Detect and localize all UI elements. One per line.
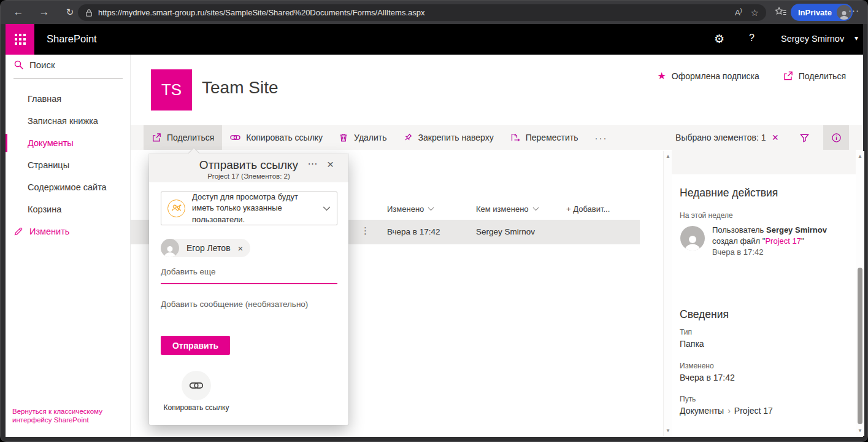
column-add-label: + Добавит... xyxy=(566,204,610,214)
dialog-title: Отправить ссылку xyxy=(149,158,348,172)
browser-window: ← → ↻ https://mydrive.smart-group.ru/sit… xyxy=(0,0,868,442)
command-share-label: Поделиться xyxy=(167,133,214,142)
screenshot-root: ← → ↻ https://mydrive.smart-group.ru/sit… xyxy=(0,0,868,442)
info-panel-button[interactable] xyxy=(823,125,849,150)
sidebar-search[interactable] xyxy=(13,60,115,70)
copy-link-label: Копировать ссылку xyxy=(155,403,237,412)
scroll-up-icon[interactable]: ▲ xyxy=(856,153,864,159)
read-aloud-icon[interactable]: A) xyxy=(735,7,742,17)
recent-activity-title: Недавние действия xyxy=(680,187,778,200)
column-add[interactable]: + Добавит... xyxy=(566,204,610,214)
suite-bar: SharePoint ⚙ ? Sergey Smirnov ▾ xyxy=(6,24,863,55)
app-title: SharePoint xyxy=(47,33,97,45)
command-share[interactable]: Поделиться xyxy=(144,125,222,150)
subscribed-button[interactable]: ★ Оформлена подписка xyxy=(658,70,759,82)
link-icon xyxy=(189,379,204,392)
row-modified-value: Вчера в 17:42 xyxy=(387,227,440,236)
app-canvas: Главная Записная книжка Документы Страни… xyxy=(6,55,863,437)
activity-user: Sergey Smirnov xyxy=(766,225,827,235)
help-icon[interactable]: ? xyxy=(749,33,755,44)
command-delete-label: Удалить xyxy=(354,133,386,142)
type-label: Тип xyxy=(680,328,692,336)
sidebar-item-home[interactable]: Главная xyxy=(6,88,130,110)
sidebar-item-notebook[interactable]: Записная книжка xyxy=(6,110,130,132)
scrollbar-thumb[interactable] xyxy=(858,268,862,424)
return-to-classic-link[interactable]: Вернуться к классическому интерфейсу Sha… xyxy=(12,407,115,424)
command-more-icon[interactable]: ··· xyxy=(586,133,616,143)
recipient-name: Егор Летов xyxy=(186,243,231,253)
list-scrollbar[interactable]: ▲ ▼ xyxy=(663,151,672,436)
details-title: Сведения xyxy=(680,308,729,321)
copy-link-button[interactable] xyxy=(182,371,211,400)
chevron-down-icon xyxy=(428,207,434,211)
edit-label: Изменить xyxy=(29,227,69,236)
browser-chrome: ← → ↻ https://mydrive.smart-group.ru/sit… xyxy=(1,1,867,24)
clear-selection-icon[interactable]: × xyxy=(772,132,778,143)
app-launcher-button[interactable] xyxy=(6,24,34,55)
share-label: Поделиться xyxy=(799,71,846,81)
favorites-hub-icon[interactable] xyxy=(775,7,786,17)
add-recipient-field xyxy=(161,266,337,284)
link-settings-dropdown[interactable]: Доступ для просмотра будут иметь только … xyxy=(161,192,337,225)
activity-avatar xyxy=(680,226,705,250)
search-icon xyxy=(13,60,24,70)
inprivate-label: InPrivate xyxy=(798,8,832,17)
browser-back-icon[interactable]: ← xyxy=(10,5,26,20)
type-value: Папка xyxy=(680,339,704,349)
activity-file-link[interactable]: Project 17 xyxy=(765,236,801,246)
browser-refresh-icon[interactable]: ↻ xyxy=(62,5,78,20)
inprivate-badge[interactable]: InPrivate xyxy=(791,4,853,21)
panel-scrollbar[interactable]: ▲ ▼ xyxy=(856,151,864,436)
sidebar-divider xyxy=(13,78,123,79)
site-title[interactable]: Team Site xyxy=(202,78,278,98)
command-copy-link[interactable]: Копировать ссылку xyxy=(222,125,331,150)
selection-count: Выбрано элементов: 1 xyxy=(675,133,766,142)
scroll-up-icon[interactable]: ▲ xyxy=(664,153,672,159)
panel-top-strip xyxy=(672,150,856,174)
subscribed-label: Оформлена подписка xyxy=(672,71,759,81)
site-share-button[interactable]: Поделиться xyxy=(783,71,846,81)
add-recipient-input[interactable] xyxy=(161,267,337,276)
sidebar-item-pages[interactable]: Страницы xyxy=(6,154,130,176)
sidebar-item-documents[interactable]: Документы xyxy=(6,132,130,154)
dialog-more-icon[interactable]: … xyxy=(307,155,318,168)
path-folder-link[interactable]: Project 17 xyxy=(734,406,773,416)
sidebar-item-site-contents[interactable]: Содержимое сайта xyxy=(6,176,130,198)
command-copy-link-label: Копировать ссылку xyxy=(246,133,323,142)
browser-menu-icon[interactable]: ··· xyxy=(848,5,859,15)
command-pin[interactable]: Закрепить наверху xyxy=(395,125,502,150)
browser-forward-icon[interactable]: → xyxy=(36,5,52,20)
activity-time: Вчера в 17:42 xyxy=(712,247,852,258)
scroll-down-icon[interactable]: ▼ xyxy=(856,428,864,433)
row-more-icon[interactable]: ⋮ xyxy=(361,225,370,236)
filter-icon[interactable] xyxy=(799,133,810,143)
send-button[interactable]: Отправить xyxy=(161,336,230,355)
message-input[interactable] xyxy=(161,300,337,309)
command-bar-right: Выбрано элементов: 1 × xyxy=(675,125,849,150)
column-modified-by[interactable]: Кем изменено xyxy=(476,204,539,214)
user-menu[interactable]: Sergey Smirnov xyxy=(781,34,844,44)
command-move[interactable]: Переместить xyxy=(502,125,586,150)
user-menu-caret-icon[interactable]: ▾ xyxy=(855,34,858,42)
path-value: Документы›Project 17 xyxy=(680,406,773,416)
search-input[interactable] xyxy=(29,60,115,70)
access-description: Доступ для просмотра будут иметь только … xyxy=(192,192,320,225)
scroll-down-icon[interactable]: ▼ xyxy=(664,428,672,433)
favorite-star-icon[interactable]: ☆ xyxy=(751,7,759,18)
path-documents-link[interactable]: Документы xyxy=(680,406,724,416)
address-bar[interactable]: https://mydrive.smart-group.ru/sites/Sam… xyxy=(78,4,766,21)
settings-gear-icon[interactable]: ⚙ xyxy=(714,32,724,46)
url-text: https://mydrive.smart-group.ru/sites/Sam… xyxy=(98,8,726,17)
edit-navigation-link[interactable]: Изменить xyxy=(6,220,69,242)
share-icon xyxy=(783,71,793,81)
dialog-subtitle: Project 17 (Элементов: 2) xyxy=(149,173,348,180)
sidebar-item-recycle-bin[interactable]: Корзина xyxy=(6,198,130,220)
recipient-chip[interactable]: Егор Летов × xyxy=(161,239,250,257)
chevron-down-icon xyxy=(532,207,539,211)
path-label: Путь xyxy=(680,395,696,403)
site-logo[interactable]: TS xyxy=(151,69,192,110)
command-delete[interactable]: Удалить xyxy=(331,125,394,150)
dialog-close-icon[interactable]: × xyxy=(327,158,334,171)
remove-recipient-icon[interactable]: × xyxy=(238,243,244,254)
column-modified[interactable]: Изменено xyxy=(387,204,434,214)
